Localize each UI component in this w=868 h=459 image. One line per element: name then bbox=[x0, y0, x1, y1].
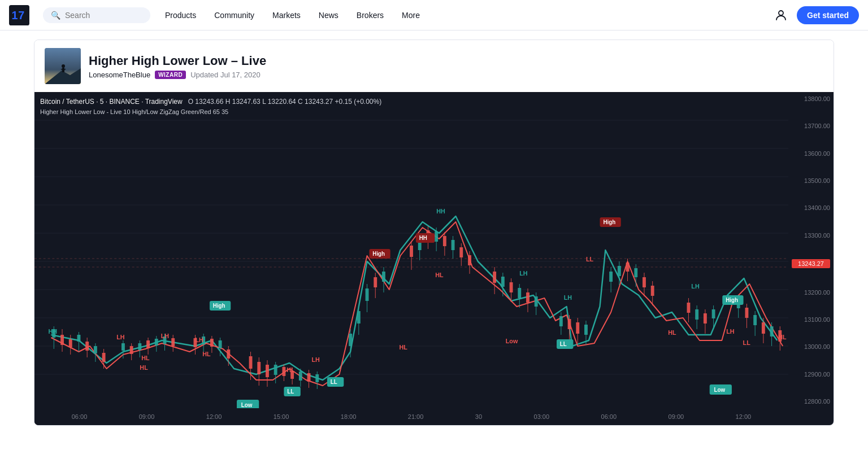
svg-rect-118 bbox=[559, 316, 563, 326]
logo[interactable]: 1 7 bbox=[9, 5, 29, 25]
chart-svg: HH LH LH LH HL HL HL LH HL HH bbox=[34, 92, 788, 408]
svg-rect-80 bbox=[349, 334, 352, 346]
svg-rect-28 bbox=[69, 339, 72, 347]
get-started-button[interactable]: Get started bbox=[797, 6, 859, 24]
svg-text:LL: LL bbox=[287, 388, 294, 395]
svg-rect-40 bbox=[130, 346, 133, 354]
svg-rect-108 bbox=[501, 277, 505, 287]
svg-rect-96 bbox=[435, 231, 438, 242]
navbar: 1 7 🔍 Products Community Markets News Br… bbox=[0, 0, 868, 30]
svg-text:LH: LH bbox=[311, 356, 320, 363]
svg-text:HL: HL bbox=[202, 351, 211, 357]
time-0900-1: 09:00 bbox=[139, 413, 155, 420]
search-icon: 🔍 bbox=[51, 11, 60, 20]
svg-rect-50 bbox=[171, 338, 175, 346]
svg-rect-26 bbox=[60, 335, 64, 345]
svg-rect-154 bbox=[770, 326, 774, 336]
svg-rect-114 bbox=[526, 292, 530, 303]
search-bar[interactable]: 🔍 bbox=[43, 7, 150, 23]
svg-rect-62 bbox=[249, 356, 253, 369]
svg-text:1: 1 bbox=[12, 9, 18, 21]
svg-rect-38 bbox=[121, 343, 125, 351]
nav-community[interactable]: Community bbox=[206, 6, 262, 24]
author-name[interactable]: LonesomeTheBlue bbox=[89, 71, 150, 79]
svg-text:HH: HH bbox=[436, 208, 445, 215]
svg-rect-82 bbox=[357, 311, 361, 324]
svg-rect-122 bbox=[576, 322, 579, 334]
svg-rect-30 bbox=[77, 335, 81, 342]
svg-rect-112 bbox=[518, 288, 521, 298]
svg-rect-110 bbox=[510, 282, 513, 292]
chart-header: Higher High Lower Low – Live LonesomeThe… bbox=[34, 40, 834, 92]
svg-rect-140 bbox=[695, 309, 698, 320]
nav-brokers[interactable]: Brokers bbox=[349, 6, 392, 24]
chart-symbol: Bitcoin / TetherUS · 5 · BINANCE · Tradi… bbox=[40, 97, 381, 107]
svg-text:HH: HH bbox=[49, 328, 58, 335]
svg-text:High: High bbox=[603, 219, 615, 225]
time-1200-2: 12:00 bbox=[736, 413, 752, 420]
nav-markets[interactable]: Markets bbox=[264, 6, 309, 24]
svg-rect-132 bbox=[634, 268, 637, 277]
svg-text:LH: LH bbox=[519, 270, 528, 277]
indicator-name: Higher High Lower Low - Live 10 High/Low… bbox=[40, 107, 381, 117]
svg-text:High: High bbox=[213, 303, 225, 309]
svg-rect-148 bbox=[745, 308, 748, 318]
svg-rect-34 bbox=[94, 346, 97, 353]
svg-text:HL: HL bbox=[287, 366, 295, 373]
time-0900-2: 09:00 bbox=[669, 413, 684, 420]
time-30: 30 bbox=[475, 413, 482, 420]
svg-point-6 bbox=[62, 64, 65, 68]
svg-rect-86 bbox=[374, 277, 377, 287]
chart-card: Higher High Lower Low – Live LonesomeThe… bbox=[34, 40, 834, 426]
nav-news[interactable]: News bbox=[311, 6, 346, 24]
svg-point-3 bbox=[779, 11, 783, 15]
price-13300: 13300.00 bbox=[792, 232, 830, 239]
svg-text:LH: LH bbox=[161, 333, 170, 339]
svg-rect-152 bbox=[762, 322, 765, 334]
svg-rect-78 bbox=[315, 374, 319, 382]
svg-rect-116 bbox=[535, 296, 538, 307]
svg-text:Low: Low bbox=[714, 387, 726, 393]
price-axis: 13800.00 13700.00 13600.00 13500.00 1340… bbox=[788, 92, 834, 408]
price-13100: 13100.00 bbox=[792, 316, 830, 323]
svg-rect-64 bbox=[257, 362, 261, 374]
svg-text:LH: LH bbox=[564, 294, 572, 301]
current-price-label: 13243.27 bbox=[792, 259, 830, 268]
svg-rect-66 bbox=[266, 365, 269, 377]
svg-text:HH: HH bbox=[419, 235, 427, 241]
svg-text:LH: LH bbox=[116, 334, 125, 340]
content-area: Higher High Lower Low – Live LonesomeThe… bbox=[0, 30, 868, 435]
price-12800: 12800.00 bbox=[792, 398, 830, 405]
svg-rect-68 bbox=[274, 365, 277, 375]
svg-rect-42 bbox=[138, 343, 141, 350]
time-axis: 06:00 09:00 12:00 15:00 18:00 21:00 30 0… bbox=[34, 408, 788, 425]
svg-rect-126 bbox=[609, 272, 613, 282]
price-12900: 12900.00 bbox=[792, 371, 830, 378]
svg-rect-104 bbox=[468, 255, 471, 265]
nav-products[interactable]: Products bbox=[157, 6, 204, 24]
svg-rect-98 bbox=[443, 236, 446, 246]
chart-title-area: Higher High Lower Low – Live LonesomeThe… bbox=[89, 54, 266, 79]
search-input[interactable] bbox=[65, 11, 133, 20]
updated-text: Updated Jul 17, 2020 bbox=[190, 71, 261, 79]
chart-meta: LonesomeTheBlue WIZARD Updated Jul 17, 2… bbox=[89, 71, 266, 79]
svg-text:Low: Low bbox=[241, 402, 253, 408]
time-1800: 18:00 bbox=[341, 413, 357, 420]
svg-text:HL: HL bbox=[778, 334, 787, 340]
svg-text:LL: LL bbox=[560, 341, 567, 347]
svg-rect-32 bbox=[85, 342, 89, 351]
svg-rect-138 bbox=[687, 303, 690, 313]
svg-text:LL: LL bbox=[331, 379, 337, 385]
price-13800: 13800.00 bbox=[792, 95, 830, 102]
svg-text:LL: LL bbox=[586, 256, 594, 263]
svg-text:HL: HL bbox=[140, 364, 148, 371]
svg-rect-124 bbox=[584, 325, 588, 335]
author-avatar bbox=[45, 48, 81, 84]
svg-rect-84 bbox=[366, 288, 369, 301]
price-13400: 13400.00 bbox=[792, 204, 830, 211]
svg-text:Low: Low bbox=[506, 338, 518, 344]
svg-rect-102 bbox=[459, 247, 463, 257]
nav-more[interactable]: More bbox=[394, 6, 428, 24]
wizard-badge: WIZARD bbox=[155, 71, 186, 79]
user-icon[interactable] bbox=[772, 6, 790, 24]
